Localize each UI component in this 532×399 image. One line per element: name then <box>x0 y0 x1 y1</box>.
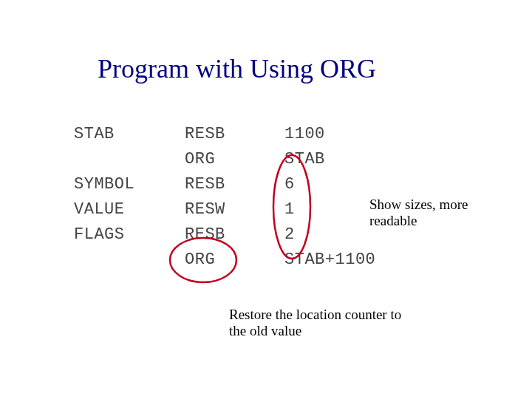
code-label: VALUE <box>74 197 185 222</box>
code-arg: STAB+1100 <box>284 248 417 273</box>
code-op: ORG <box>185 248 284 273</box>
annotation-text: readable <box>369 213 468 229</box>
code-arg: STAB <box>284 147 417 172</box>
code-row: STAB RESB 1100 <box>74 122 417 147</box>
annotation-text: Restore the location counter to <box>229 307 401 323</box>
code-op: RESB <box>185 222 284 248</box>
code-row: FLAGS RESB 2 <box>74 222 417 248</box>
code-label <box>74 248 185 273</box>
code-arg: 6 <box>284 172 417 197</box>
code-arg: 1100 <box>284 122 417 147</box>
code-row: SYMBOL RESB 6 <box>74 172 417 197</box>
code-row: ORG STAB+1100 <box>74 248 417 273</box>
code-label: SYMBOL <box>74 172 185 197</box>
code-label: STAB <box>74 122 185 147</box>
code-label <box>74 147 185 172</box>
code-op: RESB <box>185 172 284 197</box>
code-row: ORG STAB <box>74 147 417 172</box>
annotation-sizes: Show sizes, more readable <box>369 197 468 229</box>
code-label: FLAGS <box>74 222 185 248</box>
code-op: RESB <box>185 122 284 147</box>
code-row: VALUE RESW 1 <box>74 197 417 222</box>
annotation-text: Show sizes, more <box>369 197 468 213</box>
annotation-text: the old value <box>229 323 401 339</box>
code-op: RESW <box>185 197 284 222</box>
code-op: ORG <box>185 147 284 172</box>
annotation-restore: Restore the location counter to the old … <box>229 307 401 339</box>
page-title: Program with Using ORG <box>98 53 376 84</box>
code-listing: STAB RESB 1100 ORG STAB SYMBOL RESB 6 VA… <box>74 122 417 273</box>
